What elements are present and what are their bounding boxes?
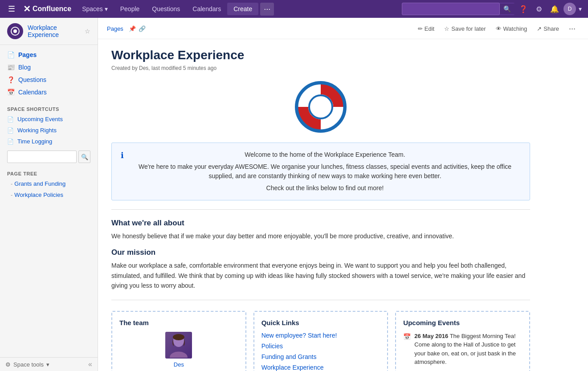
svg-point-1: [13, 29, 17, 33]
quick-link-new-employee[interactable]: New employee? Start here!: [261, 332, 337, 339]
space-tools-button[interactable]: ⚙ Space tools ▾: [5, 361, 49, 368]
content-header: Pages 📌 🔗 ✏ Edit ☆ Save for later 👁 Watc…: [98, 18, 588, 39]
info-text: Welcome to the home of the Workplace Exp…: [129, 150, 521, 193]
events-list: 📅 26 May 2016 The Biggest Morning Tea! C…: [403, 332, 522, 371]
attachment-icon: 🔗: [139, 25, 146, 32]
nav-questions[interactable]: Questions: [146, 0, 186, 18]
quick-links-title: Quick Links: [261, 319, 380, 326]
sidebar-item-calendars[interactable]: 📅 Calendars: [0, 86, 98, 98]
shortcut-icon-1: 📄: [7, 127, 14, 134]
list-item: Workplace Experience: [261, 364, 380, 371]
star-action-icon: ☆: [444, 25, 449, 32]
quick-links-card: Quick Links New employee? Start here! Po…: [253, 311, 388, 371]
watching-button[interactable]: 👁 Watching: [492, 24, 531, 34]
events-card-title: Upcoming Events: [403, 319, 522, 326]
quick-link-policies[interactable]: Policies: [261, 342, 283, 350]
svg-point-9: [173, 334, 184, 340]
sidebar-search: 🔍: [0, 147, 98, 167]
info-icon: ℹ: [121, 151, 124, 193]
divider-1: [111, 209, 530, 210]
quick-link-workplace[interactable]: Workplace Experience: [261, 364, 324, 371]
collapse-sidebar-button[interactable]: «: [88, 360, 92, 368]
tree-item-policies[interactable]: Workplace Policies: [0, 189, 98, 200]
info-welcome: Welcome to the home of the Workplace Exp…: [129, 150, 521, 159]
help-button[interactable]: ❓: [515, 0, 531, 18]
about-text: We honestly believe that if we make your…: [111, 231, 530, 241]
cards-row: The team: [111, 311, 530, 371]
topnav: ☰ ✕ Confluence Spaces ▾ People Questions…: [0, 0, 588, 18]
team-card-title: The team: [119, 319, 238, 326]
edit-button[interactable]: ✏ Edit: [414, 24, 438, 34]
hamburger-icon[interactable]: ☰: [4, 4, 19, 14]
more-button[interactable]: ···: [260, 3, 274, 16]
mission-text: Make our workplace a safe, comfortable e…: [111, 261, 530, 290]
more-actions-button[interactable]: ···: [565, 22, 579, 35]
search-button[interactable]: 🔍: [500, 4, 514, 14]
info-panel: ℹ Welcome to the home of the Workplace E…: [111, 143, 530, 200]
main-content: Pages 📌 🔗 ✏ Edit ☆ Save for later 👁 Watc…: [98, 18, 588, 371]
divider-2: [111, 300, 530, 300]
events-card: Upcoming Events 📅 26 May 2016 The Bigges…: [395, 311, 530, 371]
quick-links-list: New employee? Start here! Policies Fundi…: [261, 332, 380, 371]
sidebar-item-questions[interactable]: ❓ Questions: [0, 73, 98, 86]
shortcut-working-rights[interactable]: 📄 Working Rights: [0, 125, 98, 136]
list-item: 📅 26 May 2016 The Biggest Morning Tea! C…: [403, 332, 522, 367]
shortcut-icon-0: 📄: [7, 116, 14, 122]
confluence-x-icon: ✕: [23, 4, 31, 14]
save-for-later-button[interactable]: ☆ Save for later: [441, 24, 489, 34]
team-avatar[interactable]: [165, 332, 192, 359]
avatar-chevron[interactable]: ▾: [577, 5, 584, 12]
shortcut-upcoming-events[interactable]: 📄 Upcoming Events: [0, 114, 98, 125]
page-content-area: Workplace Experience Created by Des, las…: [98, 39, 543, 371]
shortcut-time-logging[interactable]: 📄 Time Logging: [0, 136, 98, 147]
nav-people[interactable]: People: [114, 0, 146, 18]
settings-button[interactable]: ⚙: [532, 0, 546, 18]
quick-link-funding[interactable]: Funding and Grants: [261, 353, 317, 360]
gear-icon: ⚙: [5, 361, 11, 368]
calendar-icon-0: 📅: [403, 332, 411, 367]
sidebar: Workplace Experience ☆ 📄 Pages 📰 Blog ❓ …: [0, 18, 98, 371]
calendars-icon: 📅: [7, 89, 15, 96]
page-meta: Created by Des, last modified 5 minutes …: [111, 65, 530, 71]
team-member-name[interactable]: Des: [174, 361, 184, 368]
notifications-button[interactable]: 🔔: [547, 0, 563, 18]
tools-chevron: ▾: [46, 361, 49, 368]
list-item: New employee? Start here!: [261, 332, 380, 339]
nav-spaces[interactable]: Spaces ▾: [76, 0, 114, 18]
search-input[interactable]: [402, 3, 500, 15]
sidebar-search-input[interactable]: [7, 151, 77, 163]
sidebar-item-pages[interactable]: 📄 Pages: [0, 49, 98, 61]
star-icon[interactable]: ☆: [85, 28, 90, 35]
event-text-0: 26 May 2016 The Biggest Morning Tea! Com…: [414, 332, 522, 367]
list-item: Funding and Grants: [261, 353, 380, 360]
share-icon: ↗: [537, 25, 542, 32]
blog-icon: 📰: [7, 64, 15, 71]
tree-item-grants[interactable]: Grants and Funding: [0, 178, 98, 189]
pages-breadcrumb-link[interactable]: Pages: [107, 25, 123, 32]
topnav-right: 🔍 ❓ ⚙ 🔔 D ▾: [402, 0, 584, 18]
team-member: Des: [119, 332, 238, 368]
confluence-logo-text: Confluence: [33, 5, 71, 13]
main-layout: Workplace Experience ☆ 📄 Pages 📰 Blog ❓ …: [0, 18, 588, 371]
mission-heading: Our mission: [111, 248, 530, 257]
page-tree-title: PAGE TREE: [0, 167, 98, 178]
logo[interactable]: ✕ Confluence: [19, 4, 76, 14]
space-icon: [7, 23, 23, 39]
sidebar-item-blog[interactable]: 📰 Blog: [0, 61, 98, 73]
user-avatar[interactable]: D: [564, 3, 576, 15]
share-button[interactable]: ↗ Share: [533, 24, 563, 34]
nav-calendars[interactable]: Calendars: [186, 0, 227, 18]
questions-icon: ❓: [7, 76, 15, 83]
sidebar-nav: 📄 Pages 📰 Blog ❓ Questions 📅 Calendars: [0, 45, 98, 102]
eye-icon: 👁: [496, 25, 502, 32]
svg-point-6: [311, 97, 331, 117]
page-actions: ✏ Edit ☆ Save for later 👁 Watching ↗ Sha…: [414, 22, 579, 39]
edit-icon: ✏: [418, 25, 423, 32]
shortcuts-title: SPACE SHORTCUTS: [0, 102, 98, 114]
team-card: The team: [111, 311, 246, 371]
lifesaver-icon: [294, 80, 347, 134]
create-button[interactable]: Create: [227, 3, 258, 15]
sidebar-search-button[interactable]: 🔍: [78, 151, 90, 163]
breadcrumb: Pages 📌 🔗: [107, 25, 146, 36]
space-name[interactable]: Workplace Experience: [28, 24, 80, 38]
